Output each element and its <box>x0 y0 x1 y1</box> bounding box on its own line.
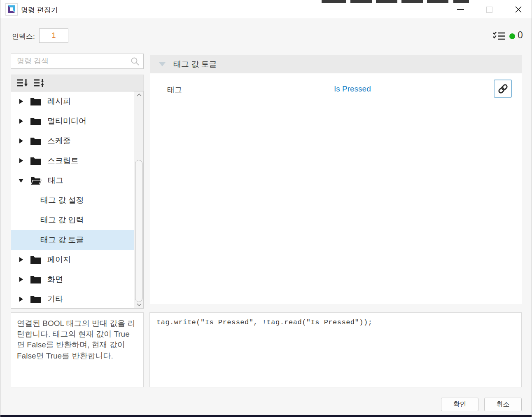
folder-icon <box>30 295 41 304</box>
expand-arrow-icon[interactable] <box>19 277 23 282</box>
folder-icon <box>30 255 41 264</box>
tag-link-button[interactable] <box>494 80 512 98</box>
tree-toolbar <box>11 75 144 91</box>
search-input[interactable] <box>11 54 143 68</box>
tree-item-recipe[interactable]: 레시피 <box>11 91 134 111</box>
sort-toggle-icon[interactable] <box>34 78 45 87</box>
cancel-button[interactable]: 취소 <box>484 398 522 411</box>
tree-item-label: 태그 값 설정 <box>40 195 84 206</box>
tree-item-screen[interactable]: 화면 <box>11 269 134 289</box>
detail-header: 태그 값 토글 <box>150 55 522 73</box>
open-folder-icon <box>30 176 42 185</box>
scroll-down-icon[interactable] <box>134 301 144 308</box>
tree-item-tag-set[interactable]: 태그 값 설정 <box>11 190 134 210</box>
tree-item-label: 스크립트 <box>47 155 79 166</box>
detail-body: 태그 Is Pressed <box>150 73 522 304</box>
close-button[interactable] <box>511 0 527 19</box>
expand-arrow-icon[interactable] <box>19 257 23 262</box>
title-bar: 명령 편집기 <box>0 0 532 19</box>
tree-item-label: 레시피 <box>47 96 71 107</box>
search-icon <box>131 57 140 68</box>
folder-icon <box>30 275 41 284</box>
tree-item-label: 멀티미디어 <box>47 116 86 127</box>
tree-item-label: 태그 <box>48 175 63 186</box>
command-tree: 레시피 멀티미디어 스케줄 스크립트 <box>11 91 144 309</box>
expand-arrow-icon[interactable] <box>19 99 23 104</box>
tree-item-schedule[interactable]: 스케줄 <box>11 131 134 151</box>
collapse-arrow-icon[interactable] <box>19 179 23 183</box>
tree-item-etc[interactable]: 기타 <box>11 289 134 309</box>
tree-scrollbar[interactable] <box>134 91 143 308</box>
tree-item-label: 기타 <box>47 294 63 305</box>
app-logo-icon <box>5 3 18 16</box>
collapse-section-icon[interactable] <box>159 62 166 66</box>
tag-param-label: 태그 <box>167 85 182 95</box>
chain-link-icon <box>497 83 509 94</box>
tree-item-label: 스케줄 <box>47 136 71 146</box>
tree-item-multimedia[interactable]: 멀티미디어 <box>11 111 134 131</box>
command-editor-dialog: 명령 편집기 인덱스: 0 <box>0 0 532 417</box>
ok-button[interactable]: 확인 <box>441 398 478 411</box>
tree-item-label: 화면 <box>47 274 63 285</box>
expand-arrow-icon[interactable] <box>19 297 23 302</box>
tree-item-tag-input[interactable]: 태그 값 입력 <box>11 210 134 230</box>
expand-arrow-icon[interactable] <box>19 158 23 163</box>
folder-icon <box>30 97 41 106</box>
tree-item-tag-toggle[interactable]: 태그 값 토글 <box>11 230 134 250</box>
maximize-button[interactable] <box>482 0 496 19</box>
status-dot-icon <box>509 33 515 39</box>
tag-value-link[interactable]: Is Pressed <box>334 84 371 94</box>
sort-descending-icon[interactable] <box>17 78 28 87</box>
detail-title: 태그 값 토글 <box>173 59 217 70</box>
folder-icon <box>30 156 41 165</box>
index-label: 인덱스: <box>12 32 35 41</box>
tree-item-label: 페이지 <box>47 254 71 265</box>
index-input[interactable] <box>39 28 68 43</box>
tree-item-tag[interactable]: 태그 <box>11 171 134 190</box>
scroll-up-icon[interactable] <box>134 91 144 98</box>
window-bottom-border <box>0 415 532 417</box>
command-description: 연결된 BOOL 태그의 반대 값을 리턴합니다. 태그의 현재 값이 True… <box>11 312 144 387</box>
window-title: 명령 편집기 <box>21 5 58 15</box>
command-count: 0 <box>518 30 523 41</box>
tree-item-label: 태그 값 입력 <box>40 215 84 225</box>
tree-item-page[interactable]: 페이지 <box>11 250 134 269</box>
folder-icon <box>30 136 41 145</box>
expand-arrow-icon[interactable] <box>19 119 23 124</box>
tree-item-label: 태그 값 토글 <box>40 234 84 245</box>
folder-icon <box>30 117 41 126</box>
command-list-icon[interactable] <box>493 31 505 42</box>
expand-arrow-icon[interactable] <box>19 138 23 143</box>
tree-item-script[interactable]: 스크립트 <box>11 151 134 171</box>
code-preview: tag.write("Is Pressed", !tag.read("Is Pr… <box>149 312 522 387</box>
scrollbar-thumb[interactable] <box>135 160 142 302</box>
command-search <box>11 54 144 69</box>
